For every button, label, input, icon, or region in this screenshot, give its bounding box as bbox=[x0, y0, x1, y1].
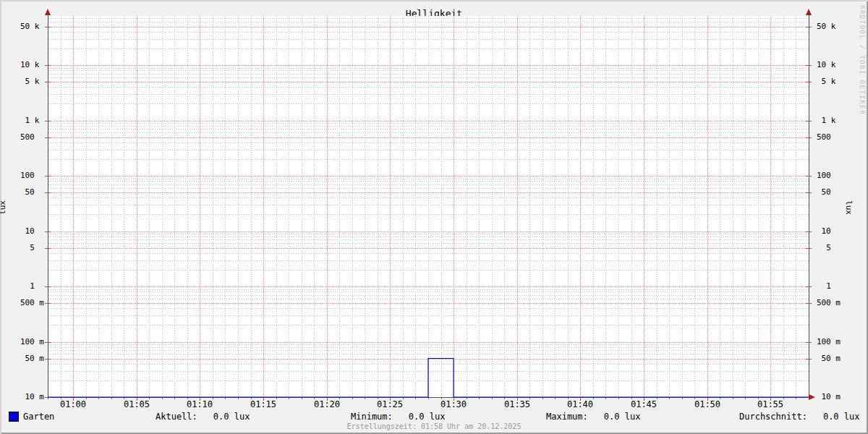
y-tick-label-right: 10 bbox=[796, 226, 841, 236]
y-tick-label-right: 100 m bbox=[796, 337, 841, 346]
y-tick-label-right: 50 k bbox=[796, 22, 841, 31]
x-tick-label: 01:15 bbox=[242, 399, 285, 409]
y-tick-label-right: 10 m bbox=[796, 392, 841, 401]
y-axis-unit-left: lux bbox=[0, 200, 7, 215]
x-tick-label: 01:10 bbox=[178, 399, 221, 409]
y-tick-label-right: 10 k bbox=[796, 60, 841, 69]
y-tick-label-left: 50 bbox=[0, 187, 44, 197]
rrdtool-graph: Helligkeit 50 k 10 k 5 k 1 k 500 100 50 … bbox=[0, 0, 868, 434]
y-tick-label-right: 1 bbox=[796, 281, 841, 291]
x-tick-label: 01:05 bbox=[115, 399, 158, 409]
stat-maximum-label: Maximum: bbox=[546, 412, 588, 422]
x-tick-label: 01:20 bbox=[305, 399, 349, 409]
y-tick-label-right: 50 m bbox=[796, 354, 841, 363]
stat-maximum: Maximum:0.0 lux bbox=[546, 411, 640, 422]
y-tick-label-left: 500 m bbox=[0, 298, 44, 307]
y-tick-label-right: 500 m bbox=[796, 298, 841, 307]
x-tick-label: 01:30 bbox=[432, 399, 475, 409]
y-tick-label-left: 5 bbox=[0, 243, 44, 252]
stat-durchschnitt: Durchschnitt:0.0 lux bbox=[739, 411, 860, 422]
y-axis-arrow-right bbox=[806, 9, 812, 15]
x-tick-label: 01:35 bbox=[495, 399, 539, 409]
stat-durchschnitt-value: 0.0 lux bbox=[823, 412, 860, 422]
x-tick-label: 01:25 bbox=[368, 399, 412, 409]
series-color-swatch bbox=[9, 412, 19, 422]
y-tick-label-left: 10 k bbox=[0, 60, 44, 69]
y-tick-label-right: 5 bbox=[796, 243, 841, 252]
stat-minimum-value: 0.0 lux bbox=[409, 412, 446, 422]
y-tick-label-left: 50 m bbox=[0, 354, 44, 363]
y-tick-label-left: 1 k bbox=[0, 116, 44, 125]
x-tick-label: 01:55 bbox=[749, 399, 792, 409]
stat-aktuell: Aktuell:0.0 lux bbox=[156, 411, 250, 422]
x-tick-label: 01:40 bbox=[558, 399, 602, 409]
stat-minimum-label: Minimum: bbox=[351, 412, 393, 422]
y-tick-label-left: 5 k bbox=[0, 77, 44, 86]
y-tick-label-left: 100 m bbox=[0, 337, 44, 346]
x-tick-label: 01:45 bbox=[622, 399, 665, 409]
y-tick-label-right: 50 bbox=[796, 187, 841, 197]
stat-aktuell-value: 0.0 lux bbox=[213, 412, 250, 422]
y-tick-label-right: 5 k bbox=[796, 77, 841, 86]
stat-maximum-value: 0.0 lux bbox=[604, 412, 641, 422]
stat-durchschnitt-label: Durchschnitt: bbox=[739, 412, 807, 422]
rrdtool-watermark: RRDTOOL / TOBI OETIKER bbox=[859, 5, 866, 115]
plot-canvas bbox=[0, 0, 868, 434]
y-tick-label-left: 10 m bbox=[0, 392, 44, 401]
y-tick-label-right: 100 bbox=[796, 171, 841, 180]
y-tick-label-left: 1 bbox=[0, 281, 44, 291]
y-tick-label-left: 100 bbox=[0, 171, 44, 180]
stat-aktuell-label: Aktuell: bbox=[156, 412, 197, 422]
y-tick-label-left: 50 k bbox=[0, 22, 44, 31]
x-tick-label: 01:00 bbox=[51, 399, 95, 409]
series-label: Garten bbox=[23, 411, 54, 422]
stat-minimum: Minimum:0.0 lux bbox=[351, 411, 445, 422]
y-axis-arrow-left bbox=[45, 9, 51, 15]
creation-time-footer: Erstellungszeit: 01:58 Uhr am 20.12.2025 bbox=[0, 422, 868, 431]
y-tick-label-left: 10 bbox=[0, 226, 44, 236]
y-tick-label-left: 500 bbox=[0, 132, 44, 142]
x-tick-label: 01:50 bbox=[686, 399, 729, 409]
y-axis-unit-right: lux bbox=[844, 200, 853, 215]
y-tick-label-right: 1 k bbox=[796, 116, 841, 125]
legend-row: Garten Aktuell:0.0 lux Minimum:0.0 lux M… bbox=[0, 411, 868, 422]
y-tick-label-right: 500 bbox=[796, 132, 841, 142]
